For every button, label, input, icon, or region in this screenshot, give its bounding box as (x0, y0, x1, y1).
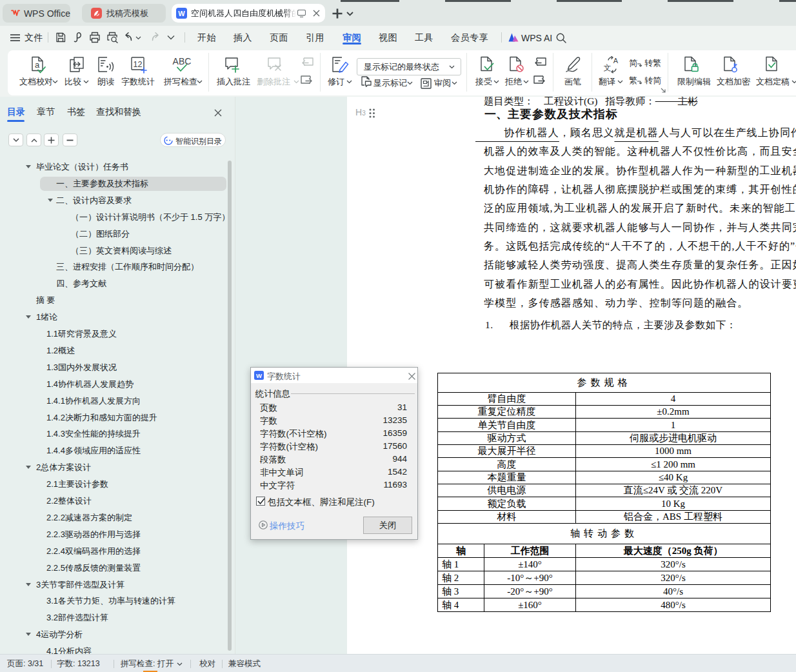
svg-text:12: 12 (134, 60, 143, 69)
svg-text:a: a (35, 60, 40, 70)
svg-text:W: W (256, 372, 262, 379)
svg-text:A: A (613, 57, 619, 64)
svg-text:文: 文 (604, 63, 612, 72)
svg-text:ABC: ABC (173, 56, 192, 66)
svg-text:W: W (178, 10, 185, 17)
